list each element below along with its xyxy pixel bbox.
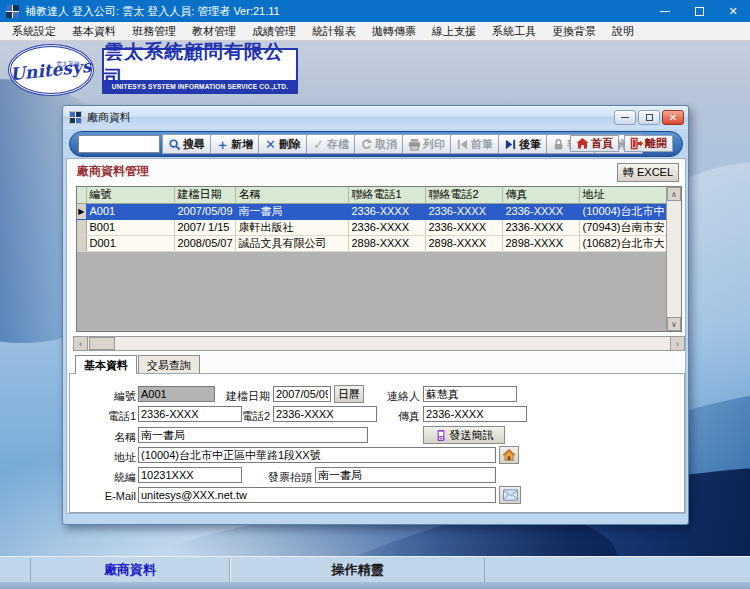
scroll-left-icon[interactable]: ‹ xyxy=(74,337,88,350)
col-phone2[interactable]: 聯絡電話2 xyxy=(425,187,502,203)
previous-record-button[interactable]: 前筆 xyxy=(451,134,499,154)
cell[interactable]: 2007/ 1/15 xyxy=(174,219,235,235)
cell[interactable]: 2008/05/07 xyxy=(174,235,235,251)
phone2-field[interactable] xyxy=(273,406,377,422)
vendor-restore-button[interactable] xyxy=(638,110,660,125)
vendor-close-button[interactable]: ✕ xyxy=(662,110,684,125)
cell[interactable]: A001 xyxy=(86,203,174,219)
menu-online-support[interactable]: 線上支援 xyxy=(424,22,484,41)
horizontal-scrollbar[interactable]: ‹ › xyxy=(73,336,685,351)
address-field[interactable] xyxy=(138,447,496,463)
tax-id-field[interactable] xyxy=(138,467,242,483)
cell[interactable]: 2336-XXXX xyxy=(502,219,579,235)
vendor-window-title: 廠商資料 xyxy=(87,110,612,125)
date-field[interactable] xyxy=(273,386,331,402)
cell[interactable]: 南一書局 xyxy=(235,203,348,219)
table-row[interactable]: B001 2007/ 1/15 康軒出版社 2336-XXXX 2336-XXX… xyxy=(77,219,668,235)
menu-class-management[interactable]: 班務管理 xyxy=(124,22,184,41)
print-button[interactable]: 列印 xyxy=(403,134,451,154)
menu-system-tools[interactable]: 系統工具 xyxy=(484,22,544,41)
col-phone1[interactable]: 聯絡電話1 xyxy=(348,187,425,203)
col-fax[interactable]: 傳真 xyxy=(502,187,579,203)
cell[interactable]: 2898-XXXX xyxy=(502,235,579,251)
table-row[interactable]: D001 2008/05/07 誠品文具有限公司 2898-XXXX 2898-… xyxy=(77,235,668,251)
send-sms-button[interactable]: 發送簡訊 xyxy=(423,426,505,444)
menubar: 系統設定 基本資料 班務管理 教材管理 成績管理 統計報表 拋轉傳票 線上支援 … xyxy=(0,22,750,41)
home-button[interactable]: 首頁 xyxy=(570,135,619,152)
email-field[interactable] xyxy=(138,487,496,503)
cell[interactable]: 2336-XXXX xyxy=(502,203,579,219)
contact-field[interactable] xyxy=(423,386,517,402)
search-button-label: 搜尋 xyxy=(183,137,205,152)
menu-system-settings[interactable]: 系統設定 xyxy=(4,22,64,41)
save-button-label: 存檔 xyxy=(327,137,349,152)
menu-basic-data[interactable]: 基本資料 xyxy=(64,22,124,41)
bottom-taskbar: 廠商資料 操作精靈 xyxy=(0,556,750,582)
cell[interactable]: (10004)台北市中 xyxy=(579,203,668,219)
maximize-button[interactable] xyxy=(682,0,716,22)
cell[interactable]: 2007/05/09 xyxy=(174,203,235,219)
export-excel-button[interactable]: 轉 EXCEL xyxy=(617,163,679,182)
cell[interactable]: 2336-XXXX xyxy=(348,219,425,235)
close-button[interactable]: ✕ xyxy=(716,0,750,22)
scroll-right-icon[interactable]: › xyxy=(670,337,684,350)
cancel-button[interactable]: 取消 xyxy=(355,134,403,154)
search-input[interactable] xyxy=(78,135,160,153)
vertical-scrollbar[interactable]: ∧ ∨ xyxy=(666,187,681,331)
cell[interactable]: D001 xyxy=(86,235,174,251)
col-name[interactable]: 名稱 xyxy=(235,187,348,203)
calendar-button[interactable]: 日曆 xyxy=(334,385,364,403)
tax-id-label: 統編 xyxy=(78,470,136,485)
add-button[interactable]: ＋ 新增 xyxy=(211,134,259,154)
scroll-down-icon[interactable]: ∨ xyxy=(667,317,681,331)
cell[interactable]: 2336-XXXX xyxy=(425,219,502,235)
invoice-title-field[interactable] xyxy=(315,467,496,483)
menu-grade-management[interactable]: 成績管理 xyxy=(244,22,304,41)
taskbar-operation-wizard[interactable]: 操作精靈 xyxy=(230,558,485,582)
row-marker xyxy=(77,219,86,235)
col-address[interactable]: 地址 xyxy=(579,187,668,203)
save-button[interactable]: ✓ 存檔 xyxy=(307,134,355,154)
taskbar-vendor-data[interactable]: 廠商資料 xyxy=(30,558,230,582)
menu-material-management[interactable]: 教材管理 xyxy=(184,22,244,41)
minimize-button[interactable] xyxy=(648,0,682,22)
tab-basic-data[interactable]: 基本資料 xyxy=(75,355,137,374)
vendor-data-window: 廠商資料 ✕ 搜尋 ＋ 新增 ✕ 刪除 xyxy=(62,105,689,525)
tab-transaction-query[interactable]: 交易查詢 xyxy=(138,355,200,373)
cell[interactable]: (10682)台北市大 xyxy=(579,235,668,251)
send-sms-label: 發送簡訊 xyxy=(450,428,494,443)
cell[interactable]: B001 xyxy=(86,219,174,235)
save-check-icon: ✓ xyxy=(312,138,325,151)
next-record-button[interactable]: 後筆 xyxy=(499,134,547,154)
scroll-up-icon[interactable]: ∧ xyxy=(667,187,681,201)
scroll-thumb[interactable] xyxy=(89,337,115,350)
next-icon xyxy=(504,138,517,151)
next-button-label: 後筆 xyxy=(519,137,541,152)
search-button[interactable]: 搜尋 xyxy=(162,134,211,154)
cell[interactable]: 2336-XXXX xyxy=(425,203,502,219)
cell[interactable]: 康軒出版社 xyxy=(235,219,348,235)
delete-button[interactable]: ✕ 刪除 xyxy=(259,134,307,154)
table-row-selected[interactable]: ▶ A001 2007/05/09 南一書局 2336-XXXX 2336-XX… xyxy=(77,203,668,219)
map-home-button[interactable] xyxy=(499,446,519,464)
code-field[interactable] xyxy=(138,386,215,402)
cell[interactable]: 2898-XXXX xyxy=(425,235,502,251)
name-field[interactable] xyxy=(138,427,368,443)
vendor-minimize-button[interactable] xyxy=(614,110,636,125)
cell[interactable]: 2336-XXXX xyxy=(348,203,425,219)
menu-help[interactable]: 說明 xyxy=(604,22,642,41)
cell[interactable]: 誠品文具有限公司 xyxy=(235,235,348,251)
cell[interactable]: (70943)台南市安 xyxy=(579,219,668,235)
menu-statistics-reports[interactable]: 統計報表 xyxy=(304,22,364,41)
menu-voucher-transfer[interactable]: 拋轉傳票 xyxy=(364,22,424,41)
add-button-label: 新增 xyxy=(231,137,253,152)
col-date[interactable]: 建檔日期 xyxy=(174,187,235,203)
fax-field[interactable] xyxy=(423,406,527,422)
exit-button[interactable]: 離開 xyxy=(624,135,673,152)
col-code[interactable]: 編號 xyxy=(86,187,174,203)
menu-change-background[interactable]: 更換背景 xyxy=(544,22,604,41)
cell[interactable]: 2898-XXXX xyxy=(348,235,425,251)
invoice-title-label: 發票抬頭 xyxy=(248,470,312,485)
send-email-button[interactable] xyxy=(499,486,521,504)
home-icon xyxy=(576,137,589,150)
